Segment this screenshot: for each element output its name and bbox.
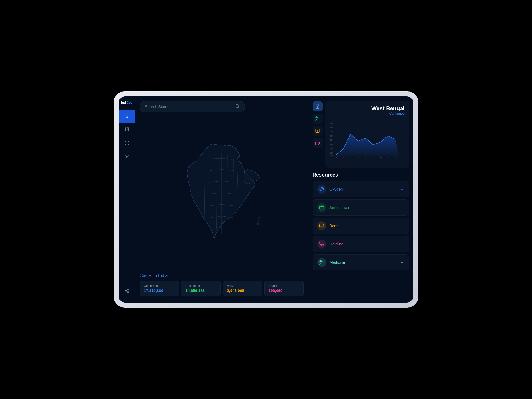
svg-rect-43 [320,206,324,209]
svg-text:6: 6 [380,157,382,158]
recovered-value: 14,656,188 [185,288,216,293]
settings-icon [124,154,129,160]
deaths-value: 199,069 [268,288,300,293]
resources-title: Resources [313,172,409,178]
sidebar-bottom [125,285,129,298]
chart-svg: 900 800 700 600 500 400 300 200 100 0 1 … [330,118,405,162]
chart-icon-hospital[interactable] [313,126,323,136]
chart-side-icons [313,101,323,148]
svg-point-12 [258,217,260,222]
chart-panel: West Bengal Confirmed 900 800 700 600 50… [325,101,409,168]
svg-line-9 [126,290,127,291]
india-map[interactable] [140,116,304,270]
sidebar-item-layers[interactable] [119,123,135,137]
confirmed-label: Confirmed [144,284,175,287]
svg-point-42 [320,187,324,191]
chart-state-name: West Bengal [369,105,405,112]
svg-text:5: 5 [373,157,374,158]
svg-text:700: 700 [330,131,334,133]
svg-text:1: 1 [343,157,344,158]
svg-text:7: 7 [388,157,389,158]
cases-title: Cases in India [140,273,304,278]
svg-point-6 [125,290,126,291]
resource-item-beds[interactable]: Beds → [313,218,409,234]
app-logo: IndiCov [121,101,132,104]
svg-line-47 [320,263,321,265]
recovered-label: Recovered [185,284,216,287]
beds-icon [317,221,326,230]
svg-point-41 [321,188,323,190]
svg-marker-0 [125,127,129,129]
svg-line-16 [316,119,317,121]
resource-item-medicine[interactable]: Medicine → [313,254,409,270]
chart-icon-alert[interactable] [313,138,323,148]
svg-text:500: 500 [330,139,334,141]
beds-label: Beds [329,224,397,228]
stat-card-recovered: Recovered 14,656,188 [181,281,221,296]
svg-point-45 [323,209,323,209]
oxygen-icon [317,185,326,194]
home-icon: ⌂ [126,114,128,119]
stat-card-active: Active 2,948,008 [223,281,262,296]
sidebar-item-info[interactable] [119,137,135,150]
layers-icon [124,127,129,133]
search-input[interactable] [145,104,232,109]
sidebar: IndiCov ⌂ [119,96,135,303]
svg-text:2: 2 [351,157,352,158]
confirmed-value: 17,810,880 [144,288,175,293]
svg-text:4: 4 [365,157,367,158]
svg-line-11 [238,107,239,108]
svg-text:900: 900 [330,122,334,124]
resource-item-helpline[interactable]: Helpline → [313,236,409,252]
oxygen-label: Oxygen [329,187,397,191]
search-bar-container [140,101,245,112]
oxygen-arrow: → [400,187,404,192]
svg-line-8 [126,291,127,292]
search-icon [235,104,240,109]
helpline-icon [317,240,326,249]
medicine-arrow: → [400,260,404,265]
cases-section: Cases in India Confirmed 17,810,880 Reco… [140,273,304,298]
stats-grid: Confirmed 17,810,880 Recovered 14,656,18… [140,281,304,296]
chart-title-area: West Bengal Confirmed [369,105,405,116]
svg-text:100: 100 [330,155,334,157]
sidebar-item-share[interactable] [125,285,129,298]
share-icon [125,289,129,294]
svg-point-7 [127,292,129,293]
chart-header: West Bengal Confirmed [330,105,405,116]
beds-arrow: → [400,223,404,228]
right-panel: West Bengal Confirmed 900 800 700 600 50… [308,96,413,303]
deaths-label: Deaths [268,284,300,287]
svg-point-4 [126,156,127,158]
chart-subtitle: Confirmed [369,112,405,116]
svg-text:8: 8 [395,157,397,158]
sidebar-item-home[interactable]: ⌂ [119,110,135,123]
active-label: Active [227,284,258,287]
resource-item-oxygen[interactable]: Oxygen → [313,181,409,197]
medicine-label: Medicine [329,260,397,265]
chart-row: West Bengal Confirmed 900 800 700 600 50… [313,101,409,168]
ambulance-label: Ambulance [329,205,397,210]
svg-text:0: 0 [336,157,337,158]
svg-text:3: 3 [358,157,359,158]
chart-icon-report[interactable] [313,101,323,111]
ambulance-icon [317,203,326,212]
map-section [140,116,304,270]
resource-item-ambulance[interactable]: Ambulance → [313,200,409,216]
svg-text:300: 300 [330,148,334,150]
stat-card-deaths: Deaths 199,069 [264,281,304,296]
chart-icon-vaccine[interactable] [313,114,323,124]
stat-card-confirmed: Confirmed 17,810,880 [140,281,179,296]
sidebar-item-settings[interactable] [119,150,135,164]
svg-point-44 [321,209,321,209]
main-content: Cases in India Confirmed 17,810,880 Reco… [135,96,308,303]
svg-point-5 [127,289,129,290]
svg-text:800: 800 [330,127,334,129]
svg-text:200: 200 [330,152,334,154]
resource-list: Oxygen → Ambulance [313,181,409,270]
svg-point-10 [236,104,239,108]
active-value: 2,948,008 [227,288,258,293]
medicine-icon [317,258,326,267]
svg-text:600: 600 [330,135,334,137]
helpline-label: Helpline [329,242,397,246]
